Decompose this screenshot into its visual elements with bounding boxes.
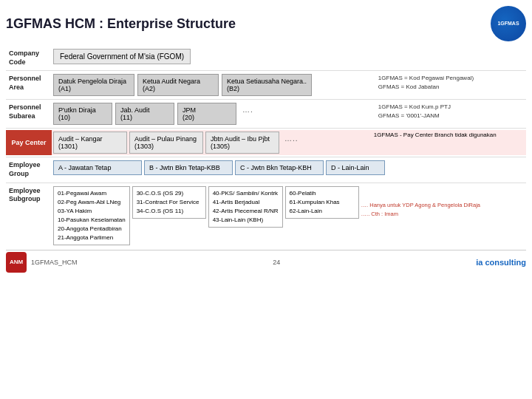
esg-notes: …. Hanya untuk YDP Agong & Pengelola DiR… [361,186,481,219]
paycenter-note: 1GFMAS - Pay Center Branch tidak digunak… [372,130,526,155]
page-title: 1GFMAS HCM : Enterprise Structure [6,16,236,32]
esg-col1: 01-Pegawai Awam 02-Peg Awam-Abl LNeg 03-… [53,186,130,245]
pa-note-2: GFMAS = Kod Jabatan [374,83,525,92]
employee-subgroup-row: Employee Subgroup 01-Pegawai Awam 02-Peg… [6,185,526,247]
personnel-area-row: Personnel Area Datuk Pengelola Diraja(A1… [6,72,526,98]
subarea-dots: …. [239,103,256,114]
personnel-subarea-row: Personnel Subarea P'utkn Diraja(10) Jab.… [6,101,526,126]
pa-note-1: 1GFMAS = Kod Pegawai Pengawal) [374,74,525,83]
company-code-label: Company Code [6,47,52,69]
personnel-area-label: Personnel Area [6,72,52,98]
enterprise-structure-table: Company Code Federal Government of M'sia… [6,47,526,247]
company-code-box: Federal Government of M'sia (FGOM) [53,49,191,64]
eg-box-b: B - Jwtn Bkn Tetap-KBB [144,160,233,175]
pc-box-1305: Jbtn Audit – Ibu Pjbt(1305) [205,132,279,154]
sa-box-20: JPM(20) [177,103,236,125]
employee-subgroup-label: Employee Subgroup [6,185,52,247]
esg-col2: 30-C.O.S (OS 29) 31-Contract For Service… [132,186,206,219]
pa-notes: 1GFMAS = Kod Pegawai Pengawal) GFMAS = K… [372,72,526,98]
pa-box-b2: Ketua Setiausaha Negara..(B2) [222,74,312,96]
ia-consulting-logo: ia consulting [476,258,526,267]
sa-box-11: Jab. Audit(11) [115,103,174,125]
eg-box-a: A - Jawatan Tetap [53,160,142,175]
eg-box-c: C - Jwtn Bkn Tetap-KBH [235,160,324,175]
personnel-subarea-label: Personnel Subarea [6,101,52,126]
paycenter-dots: ….. [282,132,301,143]
paycenter-note-text: 1GFMAS - Pay Center Branch tidak digunak… [374,132,497,138]
employee-group-label: Employee Group [6,159,52,180]
pc-box-1301: Audit – Kangar(1301) [53,132,127,154]
gfmas-logo: 1GFMAS [491,6,526,41]
page-number: 24 [273,259,280,266]
employee-group-content: A - Jawatan Tetap B - Jwtn Bkn Tetap-KBB… [52,159,526,180]
pay-center-label: Pay Center [6,130,52,155]
company-code-content: Federal Government of M'sia (FGOM) [52,47,526,69]
pa-box-a1: Datuk Pengelola Diraja(A1) [53,74,134,96]
personnel-subarea-content: P'utkn Diraja(10) Jab. Audit(11) JPM(20)… [52,101,372,126]
employee-subgroup-content: 01-Pegawai Awam 02-Peg Awam-Abl LNeg 03-… [52,185,526,247]
pa-box-a2: Ketua Audit Negara(A2) [137,74,219,96]
employee-group-row: Employee Group A - Jawatan Tetap B - Jwt… [6,159,526,180]
pay-center-row: Pay Center Audit – Kangar(1301) Audit – … [6,130,526,155]
page-header: 1GFMAS HCM : Enterprise Structure 1GFMAS [6,6,526,41]
personnel-area-content: Datuk Pengelola Diraja(A1) Ketua Audit N… [52,72,372,98]
footer-source: 1GFMAS_HCM [31,259,78,266]
company-code-row: Company Code Federal Government of M'sia… [6,47,526,69]
footer-left: ANM 1GFMAS_HCM [6,252,78,273]
page-footer: ANM 1GFMAS_HCM 24 ia consulting [6,250,526,273]
esg-col3: 40-PKS/ Sambiln/ Kontrk 41-Artis Berjadu… [208,186,283,228]
anm-logo: ANM [6,252,27,273]
esg-col4: 60-Pelatih 61-Kumpulan Khas 62-Lain-Lain [285,186,359,219]
subarea-note-2: GFMAS = '0001'-JANM [374,112,525,120]
subarea-notes: 1GFMAS = Kod Kum.p PTJ GFMAS = '0001'-JA… [372,101,526,126]
sa-box-10: P'utkn Diraja(10) [53,103,112,125]
subarea-note-1: 1GFMAS = Kod Kum.p PTJ [374,103,525,112]
eg-box-d: D - Lain-Lain [326,160,385,175]
pc-box-1303: Audit – Pulau Pinang(1303) [129,132,203,154]
pay-center-content: Audit – Kangar(1301) Audit – Pulau Pinan… [52,130,372,155]
